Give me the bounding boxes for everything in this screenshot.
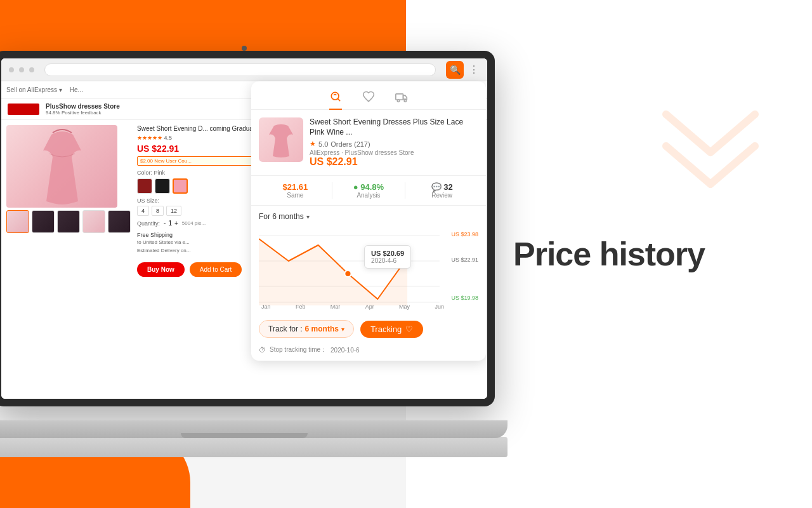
track-row: Track for : 6 months ▾ Tracking ♡ <box>251 315 486 343</box>
browser-menu-dots[interactable]: ⋮ <box>469 64 480 76</box>
popup-product-info: Sweet Short Evening Dresses Plus Size La… <box>251 110 486 176</box>
price-high-label: US $23.98 <box>451 231 478 237</box>
laptop-screen-frame: 🔍 ⋮ Sell on AliExpress ▾ He... PlusShow … <box>0 51 495 406</box>
nav-help[interactable]: He... <box>70 86 83 93</box>
size-12[interactable]: 12 <box>166 206 181 216</box>
color-wine[interactable] <box>137 178 152 194</box>
chart-section: For 6 months ▾ <box>251 206 486 315</box>
laptop-base <box>0 420 508 438</box>
period-dropdown-arrow: ▾ <box>306 213 310 220</box>
thumb-wine[interactable] <box>32 210 55 233</box>
analysis-dot: ● <box>353 182 360 192</box>
color-black[interactable] <box>155 178 170 194</box>
product-thumbnails <box>6 210 131 233</box>
heart-icon: ♡ <box>405 324 413 334</box>
tooltip-price: US $20.69 <box>371 250 404 257</box>
color-pink[interactable] <box>173 178 188 194</box>
browser-search-icon[interactable]: 🔍 <box>446 61 464 79</box>
thumb-navy[interactable] <box>108 210 131 233</box>
aliexpress-page: 🔍 ⋮ Sell on AliExpress ▾ He... PlusShow … <box>1 58 487 399</box>
browser-chrome: 🔍 ⋮ <box>1 58 487 81</box>
chart-tooltip: US $20.69 2020-4-6 <box>364 245 411 269</box>
laptop-feet <box>0 437 508 457</box>
track-for-button[interactable]: Track for : 6 months ▾ <box>259 320 354 338</box>
tab-favorites[interactable] <box>362 90 375 103</box>
popup-stars: ★ 5.0 Orders (217) <box>310 140 478 148</box>
browser-dot-2 <box>19 67 24 72</box>
laptop-screen: 🔍 ⋮ Sell on AliExpress ▾ He... PlusShow … <box>1 58 487 399</box>
stat-price-label: Same <box>259 192 332 199</box>
tracking-button[interactable]: Tracking ♡ <box>360 321 423 338</box>
popup-product-title: Sweet Short Evening Dresses Plus Size La… <box>310 117 478 137</box>
browser-dot-1 <box>9 67 14 72</box>
size-8[interactable]: 8 <box>152 206 164 216</box>
stats-row: $21.61 Same ● 94.8% Analysis 💬 32 <box>251 176 486 206</box>
stock-info: 5004 pie... <box>182 220 206 226</box>
qty-label: Quantity: <box>137 220 160 227</box>
stat-review-label: Review <box>405 192 478 199</box>
popup-price: US $22.91 <box>310 156 478 168</box>
decorative-arrows <box>660 102 774 193</box>
qty-control[interactable]: - 1 + <box>164 220 178 227</box>
month-may: May <box>399 304 410 310</box>
stat-analysis-value: ● 94.8% <box>332 182 405 192</box>
price-low-label: US $19.98 <box>451 295 478 301</box>
thumb-black[interactable] <box>57 210 80 233</box>
popup-product-details: Sweet Short Evening Dresses Plus Size La… <box>310 117 478 168</box>
stop-tracking-label: Stop tracking time： <box>270 345 327 354</box>
chart-period-row: For 6 months ▾ <box>259 212 478 221</box>
tooltip-date: 2020-4-6 <box>371 257 404 264</box>
tab-shipping[interactable] <box>395 90 408 103</box>
bg-orange-top <box>0 0 406 54</box>
product-main-image <box>6 125 117 208</box>
svg-rect-1 <box>396 94 403 100</box>
stop-tracking-row: ⏱ Stop tracking time： 2020-10-6 <box>251 343 486 361</box>
period-selector[interactable]: For 6 months ▾ <box>259 212 310 221</box>
qty-plus[interactable]: + <box>174 220 178 227</box>
stop-tracking-date: 2020-10-6 <box>331 347 360 354</box>
stat-analysis-label: Analysis <box>332 192 405 199</box>
star-icon: ★ <box>310 140 316 148</box>
qty-minus[interactable]: - <box>164 220 166 227</box>
review-icon: 💬 <box>431 182 444 192</box>
size-4[interactable]: 4 <box>137 206 149 216</box>
nav-sell[interactable]: Sell on AliExpress ▾ <box>6 86 62 93</box>
qty-value: 1 <box>168 220 172 227</box>
laptop: 🔍 ⋮ Sell on AliExpress ▾ He... PlusShow … <box>0 51 514 483</box>
stat-analysis: ● 94.8% Analysis <box>332 182 406 199</box>
browser-url-bar[interactable] <box>44 64 436 76</box>
add-cart-button[interactable]: Add to Cart <box>190 262 242 277</box>
tab-search[interactable] <box>329 90 342 103</box>
chart-month-labels: Jan Feb Mar Apr May Jun <box>259 304 447 310</box>
month-mar: Mar <box>331 304 341 310</box>
track-for-label: Track for : <box>268 324 303 333</box>
thumb-light[interactable] <box>82 210 105 233</box>
stat-price: $21.61 Same <box>259 182 332 199</box>
browser-dot-3 <box>29 67 34 72</box>
extension-popup: Sweet Short Evening Dresses Plus Size La… <box>251 81 486 361</box>
price-chart: US $23.98 US $22.91 US $19.98 US $20.69 … <box>259 226 478 309</box>
month-apr: Apr <box>365 304 374 310</box>
stat-price-value: $21.61 <box>259 182 332 192</box>
stat-review-value: 💬 32 <box>405 182 478 192</box>
popup-store: AliExpress · PlusShow dresses Store <box>310 149 478 156</box>
price-history-title: Price history <box>513 235 705 273</box>
tracking-label: Tracking <box>370 324 402 334</box>
store-logo-bar <box>8 104 39 115</box>
track-months-value: 6 months <box>305 324 339 333</box>
month-jun: Jun <box>435 304 444 310</box>
thumb-pink[interactable] <box>6 210 29 233</box>
svg-point-3 <box>404 100 406 102</box>
month-feb: Feb <box>296 304 306 310</box>
laptop-camera <box>242 46 247 51</box>
svg-point-2 <box>397 100 399 102</box>
popup-tabs <box>251 81 486 110</box>
buy-now-button[interactable]: Buy Now <box>137 262 185 277</box>
clock-icon: ⏱ <box>259 346 266 354</box>
svg-point-9 <box>344 271 351 277</box>
period-label: For 6 months <box>259 212 304 221</box>
popup-product-image <box>259 117 303 162</box>
track-dropdown-arrow: ▾ <box>341 326 344 333</box>
stat-review: 💬 32 Review <box>405 182 478 199</box>
month-jan: Jan <box>261 304 271 310</box>
